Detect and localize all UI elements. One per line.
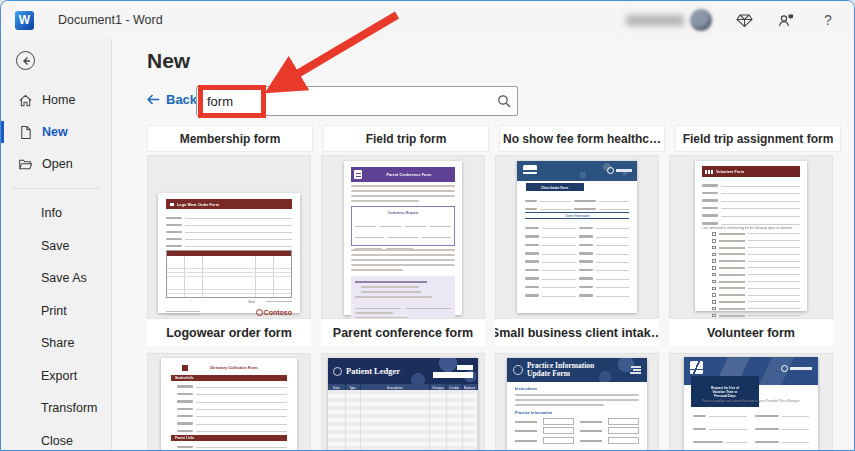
sidebar-item-export[interactable]: Export <box>1 360 111 393</box>
template-card-parent-conference-form[interactable]: Parent Conference Form Conference Reques… <box>321 155 485 346</box>
template-thumbnail: Directory Collection Form Student Info P… <box>147 353 311 451</box>
search-suggestions-row: Membership form Field trip form No show … <box>147 125 841 152</box>
school-icon <box>182 365 188 371</box>
figures-icon <box>705 170 713 174</box>
template-thumbnail: Volunteer Form I am interested in volunt… <box>669 155 833 319</box>
template-thumbnail: Practice InformationUpdate Form Instruct… <box>495 353 659 451</box>
sidebar-item-new[interactable]: New <box>1 116 111 148</box>
page-title: New <box>147 49 190 73</box>
thumb-title: Client Intake Form <box>541 185 568 188</box>
backstage-sidebar: Home New Open Info Save Save As Print Sh… <box>1 39 112 450</box>
new-document-icon <box>18 125 33 140</box>
thumb-title: Volunteer Form <box>716 170 744 174</box>
badge-icon <box>607 167 632 174</box>
template-thumbnail: Logo Wear Order Form Total Contoso <box>147 155 311 319</box>
form-icon <box>354 170 362 179</box>
contoso-logo: Contoso <box>256 309 292 316</box>
header-band: Request for Use of Vacation Time or Pers… <box>684 357 818 385</box>
search-icon[interactable] <box>491 94 517 108</box>
tshirt-icon <box>170 203 174 206</box>
sidebar-item-close[interactable]: Close <box>1 425 111 451</box>
back-circle-button[interactable] <box>16 51 35 70</box>
template-card-vacation-request[interactable]: Request for Use of Vacation Time or Pers… <box>669 353 833 451</box>
sidebar-item-label: Open <box>42 157 73 171</box>
avatar[interactable] <box>690 9 712 31</box>
sidebar-item-save[interactable]: Save <box>1 230 111 263</box>
sidebar-item-share[interactable]: Share <box>1 327 111 360</box>
suggestion-field-trip-form[interactable]: Field trip form <box>323 125 489 152</box>
template-card-small-business-client-intake[interactable]: Client Intake Form Client Information Sm… <box>495 155 659 346</box>
help-icon[interactable]: ? <box>818 10 838 30</box>
word-window: W Document1 - Word ? <box>0 0 855 451</box>
template-grid-row2: Directory Collection Form Student Info P… <box>147 353 833 451</box>
thumb-title: Patient Ledger <box>346 366 400 376</box>
template-search-box <box>196 86 518 116</box>
template-thumbnail: Request for Use of Vacation Time or Pers… <box>669 353 833 451</box>
sidebar-item-info[interactable]: Info <box>1 197 111 230</box>
header-band <box>517 161 637 181</box>
template-grid-row1: Logo Wear Order Form Total Contoso Logow… <box>147 155 833 346</box>
account-name-redacted <box>626 15 684 26</box>
sidebar-item-label: Home <box>42 93 75 107</box>
template-label: Parent conference form <box>321 319 485 346</box>
template-label: Volunteer form <box>669 319 833 346</box>
sidebar-divider <box>13 188 99 189</box>
word-logo-icon: W <box>15 11 34 30</box>
template-thumbnail: Patient Ledger Date Type Description Cha… <box>321 353 485 451</box>
practice-badge-icon <box>513 365 523 375</box>
sidebar-item-transform[interactable]: Transform <box>1 392 111 425</box>
suggestion-membership-form[interactable]: Membership form <box>147 125 313 152</box>
premium-diamond-icon[interactable] <box>734 10 754 30</box>
open-folder-icon <box>18 157 33 172</box>
badge-icon <box>781 365 812 372</box>
thumb-title: Logo Wear Order Form <box>177 202 219 206</box>
search-input[interactable] <box>197 87 491 115</box>
template-card-patient-ledger[interactable]: Patient Ledger Date Type Description Cha… <box>321 353 485 451</box>
back-link[interactable]: Back <box>147 92 197 107</box>
sidebar-item-label: New <box>42 125 68 139</box>
suggestion-no-show-fee-form[interactable]: No show fee form healthc… <box>499 125 665 152</box>
thumb-title: Practice InformationUpdate Form <box>527 362 594 378</box>
company-logo <box>523 165 537 174</box>
thumb-title: Directory Collection Form <box>210 366 257 370</box>
template-card-logowear-order-form[interactable]: Logo Wear Order Form Total Contoso Logow… <box>147 155 311 346</box>
template-label: Small business client intak… <box>495 319 659 346</box>
template-label: Logowear order form <box>147 319 311 346</box>
sidebar-item-open[interactable]: Open <box>1 148 111 180</box>
sidebar-item-home[interactable]: Home <box>1 84 111 116</box>
medical-badge-icon <box>333 367 342 376</box>
suggestion-field-trip-assignment[interactable]: Field trip assignment form <box>675 125 841 152</box>
template-card-directory-collection-form[interactable]: Directory Collection Form Student Info P… <box>147 353 311 451</box>
back-arrow-icon <box>147 94 160 105</box>
feedback-icon[interactable] <box>776 10 796 30</box>
template-card-practice-information-update[interactable]: Practice InformationUpdate Form Instruct… <box>495 353 659 451</box>
sidebar-item-save-as[interactable]: Save As <box>1 262 111 295</box>
home-icon <box>18 93 33 108</box>
beach-chair-icon <box>690 361 703 374</box>
template-card-volunteer-form[interactable]: Volunteer Form I am interested in volunt… <box>669 155 833 346</box>
title-bar: W Document1 - Word ? <box>1 1 854 39</box>
thumb-title: Request for Use of Vacation Time or Pers… <box>691 376 759 407</box>
document-title: Document1 - Word <box>58 13 163 27</box>
template-thumbnail: Client Intake Form Client Information <box>495 155 659 319</box>
template-thumbnail: Parent Conference Form Conference Reques… <box>321 155 485 319</box>
thumb-title: Parent Conference Form <box>386 173 431 177</box>
new-templates-panel: New Back Membership form Field trip form… <box>112 39 854 450</box>
sidebar-item-print[interactable]: Print <box>1 295 111 328</box>
